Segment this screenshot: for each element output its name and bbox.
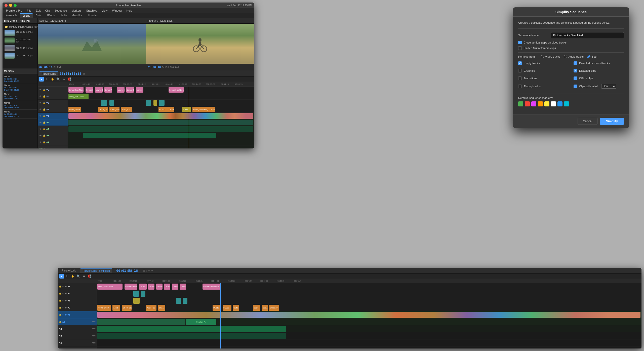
lower-a3-clip[interactable] — [97, 333, 286, 339]
ws-tab-graphics[interactable]: Graphics — [70, 14, 85, 17]
track-a4-eye[interactable]: 👁 — [39, 141, 42, 144]
marker-item-4[interactable]: Name In: 00:00:31:03 Out: 00:00:31:03 — [3, 110, 37, 119]
clip-v5-lower3rd-name[interactable]: Lower 3rd: Nam — [68, 87, 84, 93]
lower-a1-m[interactable]: M S — [92, 321, 96, 323]
bin-item-1[interactable]: P1110281.MP4 4:10 — [4, 37, 36, 44]
lower-clip-v5-main[interactable]: main_title 3.mov — [97, 284, 123, 290]
lower-clip-v5-4[interactable]: Lower 3 — [156, 284, 163, 290]
lower-clip-v4-1[interactable] — [133, 291, 139, 297]
track-a2-eye[interactable]: 👁 — [39, 128, 42, 131]
a2-clip[interactable] — [68, 126, 253, 132]
track-a4-lock[interactable]: 🔒 — [43, 141, 46, 144]
radio-video-tracks[interactable]: Video tracks — [541, 55, 560, 58]
clip-v3-4[interactable] — [153, 100, 157, 106]
lower-clip-v5-6[interactable]: Lower 3 — [172, 284, 178, 290]
lower-v3-lock[interactable]: 🔒 — [59, 299, 61, 302]
clip-v3-1[interactable] — [101, 100, 107, 106]
lower-clip-v2-a005b[interactable]: Aoo5_ — [112, 305, 120, 311]
marker-item-2[interactable]: Name In: 00:00:37:09 Out: 00:00:37:09 — [3, 92, 37, 101]
menu-markers[interactable]: Markers — [69, 9, 84, 13]
simplify-button[interactable]: Simplify — [600, 118, 624, 125]
menu-help[interactable]: Help — [125, 9, 134, 13]
lower-clip-v5-2[interactable]: Lower 3rd — [139, 284, 147, 290]
lower-a1-constant-power[interactable]: Constant P... — [186, 319, 216, 325]
marker-color-purple[interactable] — [531, 101, 536, 106]
tool-selection[interactable]: ▼ — [39, 77, 44, 82]
lower-clip-v3-2[interactable] — [176, 298, 181, 304]
tool-ripple[interactable]: ⇔ — [61, 77, 66, 82]
offline-clips-checkbox[interactable] — [574, 76, 577, 80]
lower-clip-v2-chi[interactable]: Chi... — [158, 305, 165, 311]
clip-v3-2[interactable] — [109, 100, 114, 106]
lower-v3-eye[interactable]: 👁 — [62, 299, 64, 302]
menu-window[interactable]: Window — [110, 9, 124, 13]
tool-hand[interactable]: ✋ — [50, 77, 55, 82]
track-v5-lock[interactable]: 🔒 — [43, 88, 46, 91]
lower-v1-target[interactable]: ◉ — [65, 314, 67, 316]
lower-v3-target[interactable]: ◉ — [65, 299, 67, 302]
lower-a3-m[interactable]: M S — [92, 335, 96, 337]
clip-v5-lower3rd-3[interactable]: Lower 3 — [95, 87, 103, 93]
lower-v1-eye[interactable]: 👁 — [62, 314, 64, 316]
disabled-tracks-checkbox[interactable] — [574, 61, 577, 65]
lower-clip-v4-2[interactable] — [141, 291, 145, 297]
program-monitor-video[interactable] — [146, 24, 254, 64]
track-v4-eye[interactable]: 👁 — [39, 95, 42, 98]
bin-item-folder[interactable]: 📁 Century_[MEDIA]Drone_Trims_HD — [4, 25, 36, 29]
ws-tab-assembly[interactable]: Assembly — [4, 14, 19, 17]
lower-clip-v3-1[interactable] — [133, 298, 140, 304]
transitions-checkbox[interactable] — [518, 76, 522, 80]
clip-v2-a097[interactable]: A097_C0 — [121, 107, 132, 112]
marker-color-cyan[interactable] — [564, 101, 569, 106]
clip-v5-lower3rd-4[interactable]: Lower T — [104, 87, 112, 93]
marker-item-3[interactable]: Name In: 00:00:29:18 Out: 00:00:29:18 — [3, 101, 37, 110]
track-v1-lock[interactable]: 🔒 — [43, 114, 46, 118]
clip-v3-5[interactable] — [159, 100, 165, 106]
marker-item-0[interactable]: Name In: 00:00:15:23 Out: 00:00:15:23 — [3, 74, 37, 83]
lower-tool-zoom[interactable]: 🔍 — [76, 274, 80, 279]
program-full[interactable]: Full — [165, 66, 169, 68]
menu-sequence[interactable]: Sequence — [52, 9, 69, 13]
through-edits-checkbox[interactable] — [518, 85, 522, 88]
lower-seq-tab-inactive[interactable]: Picture Lock — [59, 269, 78, 272]
track-v5-eye[interactable]: 👁 — [39, 88, 42, 91]
clip-v5-lower3rd-2[interactable]: Lower 3 — [86, 87, 93, 93]
menu-view[interactable]: View — [100, 9, 110, 13]
lower-tool-hand[interactable]: ✋ — [70, 274, 75, 279]
minimize-button[interactable] — [9, 4, 12, 7]
ws-tab-color[interactable]: Color — [33, 14, 44, 17]
ws-tab-effects[interactable]: Effects — [45, 14, 57, 17]
lower-timeline-content[interactable]: main_title 3.mov Lower 3rd: Nam Lower 3r… — [97, 283, 641, 348]
close-button[interactable] — [5, 4, 8, 7]
clip-v2-c037[interactable]: C037 — [182, 107, 191, 112]
clip-v2-p1100[interactable]: P1100 — [158, 107, 168, 112]
track-v2-eye[interactable]: 👁 — [39, 108, 42, 111]
lower-tool-ripple[interactable]: ⇔ — [82, 274, 86, 279]
lower-clip-v2-a097[interactable]: A097_C0 — [146, 305, 156, 311]
track-a1-eye[interactable]: 👁 — [39, 121, 42, 124]
tool-snap[interactable]: 🧲 — [67, 77, 71, 82]
clip-v3-3[interactable] — [146, 100, 151, 106]
lower-v4-target[interactable]: ◉ — [65, 292, 67, 295]
clip-v2-a005[interactable]: A005_C039 — [68, 107, 81, 112]
clips-label-checkbox[interactable] — [574, 85, 577, 88]
lower-a1-main[interactable] — [97, 319, 185, 325]
track-v4-lock[interactable]: 🔒 — [43, 95, 46, 98]
clip-v2-c059[interactable]: C059 — [168, 107, 174, 112]
track-a3-eye[interactable]: 👁 — [39, 134, 42, 137]
ws-tab-editing[interactable]: Editing — [20, 13, 33, 18]
lower-clip-v2-c059[interactable]: C059 — [233, 305, 239, 311]
lower-v2-eye[interactable]: 👁 — [62, 306, 64, 309]
tool-zoom[interactable]: 🔍 — [56, 77, 60, 82]
lower-clip-v5-5[interactable]: Lower 3 — [164, 284, 170, 290]
lower-a2-m[interactable]: M S — [92, 328, 96, 330]
upper-timeline-content[interactable]: Lower 3rd: Nam Lower 3 Lower 3 Lower T L… — [68, 87, 254, 148]
a1-clip[interactable] — [68, 120, 253, 125]
sequence-name-input[interactable] — [551, 32, 624, 38]
lower-tool-selection[interactable]: ▼ — [59, 274, 64, 279]
lower-clip-v5-7[interactable]: Lower 3 — [180, 284, 186, 290]
marker-color-yellow[interactable] — [544, 101, 549, 106]
track-a2-lock[interactable]: 🔒 — [43, 128, 46, 131]
track-v3-eye[interactable]: 👁 — [39, 101, 42, 104]
menu-premiere-pro[interactable]: Premiere Pro — [4, 9, 24, 13]
